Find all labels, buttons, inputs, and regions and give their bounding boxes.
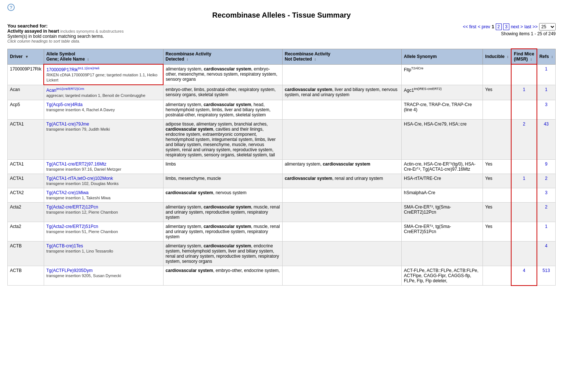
- activity-not-detected-cell: [282, 242, 401, 266]
- refs-link[interactable]: 1: [545, 224, 548, 229]
- find-mice-link[interactable]: 1: [523, 176, 526, 181]
- find-mice-link[interactable]: 4: [523, 268, 526, 273]
- allele-link[interactable]: Tg(Acp5-cre)4Rda: [46, 102, 83, 107]
- search-label: You searched for:: [7, 23, 48, 29]
- activity-not-detected-cell: cardiovascular system, liver and biliary…: [282, 85, 401, 100]
- allele-link[interactable]: Tg(ACTA1-rtTA,tetO-cre)102Monk: [46, 176, 113, 181]
- allele-link[interactable]: Tg(Acta2-cre/ERT2)12Pcn: [46, 204, 98, 210]
- col-activity-detected[interactable]: Recombinase ActivityDetected ↕: [163, 49, 282, 64]
- find-mice-cell: [511, 203, 537, 222]
- allele-link[interactable]: Acantm1(cre/ERT2)Crm: [46, 88, 84, 93]
- find-mice-link[interactable]: 1: [523, 87, 526, 92]
- activity-detected-cell: limbs, mesenchyme, muscle: [163, 174, 282, 188]
- activity-detected-cell: alimentary system, cardiovascular system…: [163, 242, 282, 266]
- prev-page-link[interactable]: < prev: [478, 24, 490, 29]
- driver-cell: Acta2: [8, 222, 44, 242]
- find-mice-cell: [511, 242, 537, 266]
- activity-not-detected-cell: [282, 203, 401, 222]
- allele-symbol-cell: 1700009P17Riktm1.1(icre)HeliRIKEN cDNA 1…: [44, 64, 163, 85]
- allele-name: aggrecan; targeted mutation 1, Benoit de…: [46, 93, 146, 98]
- allele-name: transgene insertion 79, Judith Melki: [46, 127, 110, 131]
- activity-not-detected-cell: [282, 100, 401, 120]
- refs-cell: 513: [537, 266, 556, 286]
- refs-link[interactable]: 513: [542, 268, 550, 273]
- driver-cell: ACTA1: [8, 120, 44, 160]
- allele-symbol-cell: Tg(ACTA1-cre)79Jmetransgene insertion 79…: [44, 120, 163, 160]
- activity-detected-cell: limbs: [163, 160, 282, 174]
- allele-name: transgene insertion 51, Pierre Chambon: [46, 229, 118, 234]
- help-icon[interactable]: ?: [7, 4, 15, 11]
- results-table: Driver ▼ Allele SymbolGene; Allele Name …: [7, 48, 556, 286]
- allele-link[interactable]: Tg(ACTA1-cre)79Jme: [46, 121, 89, 127]
- allele-link[interactable]: Tg(ACTA1-cre/ERT2)97.16Mtz: [46, 161, 107, 167]
- driver-cell: Acan: [8, 85, 44, 100]
- col-allele-synonym[interactable]: Allele Synonym: [402, 49, 483, 64]
- activity-not-detected-cell: cardiovascular system, renal and urinary…: [282, 174, 401, 188]
- col-allele-symbol[interactable]: Allele SymbolGene; Allele Name ↕: [44, 49, 163, 64]
- allele-synonym-cell: ACT-FLPe, ACTB::FLPe, ACTB:FLPe, ACTFlpe…: [402, 266, 483, 286]
- find-mice-link[interactable]: 2: [523, 121, 526, 127]
- find-mice-cell: 4: [511, 266, 537, 286]
- refs-link[interactable]: 2: [545, 176, 548, 181]
- page-2-link[interactable]: 2: [496, 23, 502, 30]
- allele-link[interactable]: Tg(ACTB-cre)1Tes: [46, 243, 83, 248]
- refs-cell: 43: [537, 120, 556, 160]
- col-inducible[interactable]: Inducible ↕: [483, 49, 512, 64]
- page-1[interactable]: 1: [492, 24, 494, 29]
- allele-name: transgene insertion 102, Douglas Monks: [46, 181, 119, 186]
- allele-symbol-cell: Tg(Acta2-cre/ERT2)12Pcntransgene inserti…: [44, 203, 163, 222]
- table-row: Acta2Tg(Acta2-cre/ERT2)51Pcntransgene in…: [8, 222, 556, 242]
- col-activity-not-detected[interactable]: Recombinase ActivityNot Detected ↕: [282, 49, 401, 64]
- activity-detected-cell: embryo-other, limbs, postnatal-other, re…: [163, 85, 282, 100]
- refs-cell: 1: [537, 85, 556, 100]
- activity-not-detected-cell: [282, 222, 401, 242]
- col-refs[interactable]: Refs ↕: [537, 49, 556, 64]
- driver-cell: 1700009P17Rik: [8, 64, 44, 85]
- allele-synonym-cell: FltpT2AlCre: [402, 64, 483, 85]
- first-page-link[interactable]: << first: [463, 24, 477, 29]
- inducible-cell: [483, 266, 512, 286]
- table-row: ACTA1Tg(ACTA1-cre)79Jmetransgene inserti…: [8, 120, 556, 160]
- refs-link[interactable]: 1: [545, 87, 548, 92]
- refs-link[interactable]: 43: [544, 121, 549, 127]
- refs-cell: 2: [537, 174, 556, 188]
- allele-name: transgene insertion 12, Pierre Chambon: [46, 210, 118, 214]
- refs-link[interactable]: 3: [545, 190, 548, 195]
- driver-cell: Acp5: [8, 100, 44, 120]
- allele-link[interactable]: Tg(ACTFLPe)9205Dym: [46, 268, 93, 273]
- activity-not-detected-cell: alimentary system, cardiovascular system: [282, 160, 401, 174]
- table-row: AcanAcantm1(cre/ERT2)Crmaggrecan; target…: [8, 85, 556, 100]
- per-page-select[interactable]: 25 50 100: [539, 23, 556, 30]
- activity-detected-cell: adipose tissue, alimentary system, branc…: [163, 120, 282, 160]
- allele-symbol-cell: Tg(Acta2-cre/ERT2)51Pcntransgene inserti…: [44, 222, 163, 242]
- last-page-link[interactable]: last >>: [524, 24, 538, 29]
- col-driver[interactable]: Driver ▼: [8, 49, 44, 64]
- page-3-link[interactable]: 3: [503, 23, 509, 30]
- refs-link[interactable]: 4: [545, 243, 548, 248]
- allele-link[interactable]: 1700009P17Riktm1.1(icre)Heli: [46, 67, 99, 72]
- inducible-cell: Yes: [483, 160, 512, 174]
- col-find-mice[interactable]: Find Mice(IMSR) ↕: [511, 49, 537, 64]
- find-mice-cell: 1: [511, 85, 537, 100]
- activity-detected-cell: alimentary system, cardiovascular system…: [163, 64, 282, 85]
- refs-link[interactable]: 9: [545, 161, 548, 167]
- find-mice-cell: 1: [511, 174, 537, 188]
- refs-link[interactable]: 2: [545, 204, 548, 210]
- inducible-cell: Yes: [483, 85, 512, 100]
- next-page-link[interactable]: next >: [511, 24, 523, 29]
- allele-synonym-cell: Actin-cre, HSA-Cre-ERᵀ²(tg/0), HSA-Cre-E…: [402, 160, 483, 174]
- find-mice-cell: [511, 160, 537, 174]
- allele-link[interactable]: Tg(ACTA2-cre)1Miwa: [46, 190, 89, 195]
- table-row: 1700009P17Rik1700009P17Riktm1.1(icre)Hel…: [8, 64, 556, 85]
- refs-link[interactable]: 1: [545, 66, 548, 72]
- activity-detected-cell: alimentary system, cardiovascular system…: [163, 100, 282, 120]
- inducible-cell: [483, 100, 512, 120]
- refs-cell: 1: [537, 222, 556, 242]
- pagination-controls: << first < prev 1 2 3 next > last >> 25 …: [463, 23, 556, 30]
- find-mice-cell: [511, 188, 537, 203]
- refs-link[interactable]: 3: [545, 102, 548, 107]
- inducible-cell: Yes: [483, 203, 512, 222]
- allele-synonym-cell: TRACP-cre, TRAP-Cre, TRAP-Cre (line 4): [402, 100, 483, 120]
- allele-link[interactable]: Tg(Acta2-cre/ERT2)51Pcn: [46, 224, 98, 229]
- allele-symbol-cell: Tg(ACTFLPe)9205Dymtransgene insertion 92…: [44, 266, 163, 286]
